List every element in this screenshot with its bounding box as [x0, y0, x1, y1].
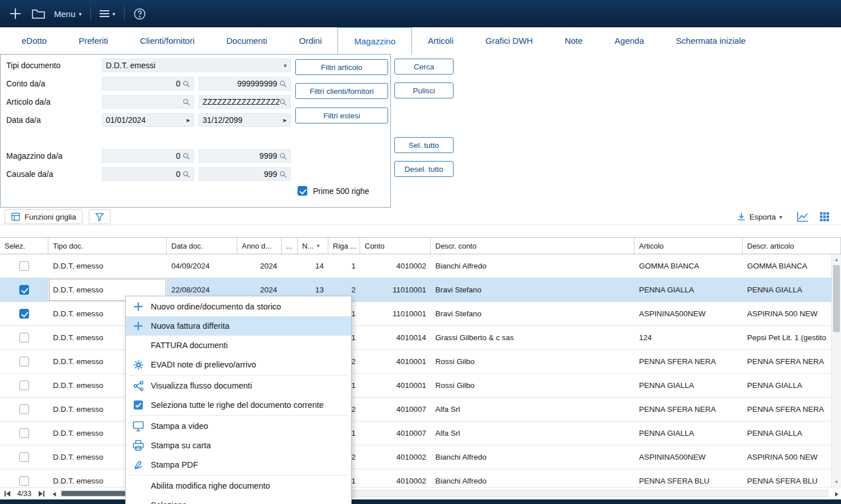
column-header-sel[interactable]: Selez. [0, 238, 48, 254]
column-header-anno[interactable]: Anno d... [237, 238, 282, 254]
tab-magazzino[interactable]: Magazzino [337, 27, 412, 54]
tab-preferiti[interactable]: Preferiti [63, 27, 124, 54]
filtri-clienti-fornitori-button[interactable]: Filtri clienti/fornitori [295, 83, 388, 99]
tab-ordini[interactable]: Ordini [283, 27, 337, 54]
column-header-n[interactable]: N...▼ [298, 238, 328, 254]
menu-item[interactable]: Nuovo ordine/documento da storico [126, 297, 351, 316]
column-header-data[interactable]: Data doc. [167, 238, 237, 254]
conto-da-input[interactable]: 0 [102, 77, 194, 90]
tab-clienti-fornitori[interactable]: Clienti/fornitori [124, 27, 211, 54]
tab-schermata-iniziale[interactable]: Schermata iniziale [660, 27, 762, 54]
table-row[interactable]: D.D.T. emesso04/09/202420241414010002Bia… [0, 254, 841, 278]
menu-dropdown[interactable]: Menu ▾ [54, 9, 82, 19]
hamburger-dropdown[interactable]: ▾ [100, 10, 116, 17]
vertical-scrollbar[interactable]: ▲ ▼ [831, 254, 841, 487]
row-checkbox[interactable] [19, 428, 29, 438]
first-page-button[interactable] [5, 491, 10, 497]
articolo-da-input[interactable] [102, 95, 194, 109]
column-header-tipo[interactable]: Tipo doc. [48, 238, 167, 254]
context-menu: Nuovo ordine/documento da storicoNuova f… [125, 296, 352, 504]
row-checkbox[interactable] [19, 309, 29, 319]
menu-item[interactable]: Visualizza flusso documenti [126, 376, 351, 395]
cerca-button[interactable]: Cerca [394, 59, 454, 75]
causale-da-input[interactable]: 0 [102, 167, 194, 181]
menu-item[interactable]: FATTURA documenti [126, 336, 351, 355]
date-picker-arrow-icon[interactable]: ▸ [283, 116, 287, 124]
magazzino-label: Magazzino da/a [6, 149, 63, 163]
horizontal-scrollbar-thumb[interactable] [61, 491, 125, 496]
row-checkbox[interactable] [19, 452, 29, 462]
filtri-estesi-button[interactable]: Filtri estesi [295, 108, 388, 123]
search-icon[interactable] [279, 80, 287, 88]
row-checkbox[interactable] [19, 333, 29, 342]
esporta-button[interactable]: Esporta ▾ [737, 209, 782, 224]
menu-item[interactable]: Seleziona [126, 495, 351, 504]
scroll-down-icon[interactable]: ▼ [832, 477, 841, 486]
menu-item[interactable]: Stampa su carta [126, 436, 351, 455]
search-icon[interactable] [279, 171, 287, 178]
filter-funnel-button[interactable] [89, 209, 110, 224]
column-header-descr_conto[interactable]: Descr. conto [431, 238, 634, 254]
cell-descr_conto: Alfa Srl [431, 422, 634, 445]
row-checkbox[interactable] [19, 261, 29, 271]
magazzino-da-input[interactable]: 0 [102, 149, 194, 163]
row-checkbox[interactable] [19, 381, 29, 390]
search-icon[interactable] [183, 171, 190, 178]
row-checkbox[interactable] [19, 476, 29, 486]
data-a-input[interactable]: 31/12/2099 ▸ [199, 113, 291, 127]
search-icon[interactable] [183, 152, 190, 160]
menu-item-label: Stampa su carta [151, 441, 211, 450]
search-icon[interactable] [183, 80, 190, 88]
row-checkbox[interactable] [19, 285, 29, 295]
chart-button[interactable] [797, 210, 809, 224]
column-header-dots[interactable]: ... [282, 238, 298, 254]
tab-grafici-dwh[interactable]: Grafici DWH [469, 27, 549, 54]
data-da-input[interactable]: 01/01/2024 ▸ [102, 113, 194, 127]
date-picker-arrow-icon[interactable]: ▸ [187, 116, 190, 124]
monitor-icon [126, 421, 151, 432]
row-checkbox[interactable] [19, 404, 29, 414]
pulisci-button[interactable]: Pulisci [394, 82, 454, 98]
grid-view-button[interactable] [819, 210, 830, 224]
prime-500-checkbox[interactable]: Prime 500 righe [298, 186, 369, 196]
column-header-articolo[interactable]: Articolo [634, 238, 743, 254]
help-button[interactable] [133, 7, 146, 20]
hscroll-left-button[interactable] [53, 492, 56, 497]
checkbox-icon[interactable] [298, 186, 307, 196]
hamburger-icon [100, 10, 109, 17]
vertical-scrollbar-thumb[interactable] [833, 265, 840, 332]
menu-item[interactable]: EVADI note di prelievo/arrivo [126, 355, 351, 374]
menu-item[interactable]: Nuova fattura differita [126, 316, 351, 336]
tab-edotto[interactable]: eDotto [6, 27, 63, 54]
scroll-up-icon[interactable]: ▲ [832, 255, 841, 264]
search-icon[interactable] [279, 98, 287, 106]
sort-indicator-icon[interactable]: ▼ [316, 243, 320, 249]
filtri-articolo-button[interactable]: Filtri articolo [295, 59, 388, 75]
menu-item[interactable]: Abilita modifica righe documento [126, 476, 351, 495]
tab-agenda[interactable]: Agenda [599, 27, 660, 54]
column-header-descr_articolo[interactable]: Descr. articolo [743, 238, 841, 254]
menu-item[interactable]: Stampa PDF [126, 455, 351, 474]
tab-note[interactable]: Note [549, 27, 599, 54]
column-header-conto[interactable]: Conto [360, 238, 431, 254]
magazzino-a-input[interactable]: 9999 [199, 149, 291, 163]
last-page-button[interactable] [39, 491, 44, 497]
hscroll-right-button[interactable] [835, 492, 839, 497]
funzioni-griglia-button[interactable]: Funzioni griglia [5, 209, 83, 224]
column-header-riga[interactable]: Riga ... [328, 238, 360, 254]
causale-a-input[interactable]: 999 [199, 167, 291, 181]
search-icon[interactable] [279, 152, 287, 160]
menu-item[interactable]: Seleziona tutte le righe del documento c… [126, 395, 351, 415]
articolo-a-input[interactable]: ZZZZZZZZZZZZZZZZ [199, 95, 291, 109]
sel-tutto-button[interactable]: Sel. tutto [394, 137, 454, 153]
row-checkbox[interactable] [19, 357, 29, 366]
tab-articoli[interactable]: Articoli [412, 27, 469, 54]
new-button[interactable] [8, 6, 23, 21]
tab-documenti[interactable]: Documenti [211, 27, 283, 54]
conto-a-input[interactable]: 999999999 [199, 77, 291, 90]
desel-tutto-button[interactable]: Desel. tutto [394, 161, 454, 177]
menu-item[interactable]: Stampa a video [126, 416, 351, 436]
open-folder-button[interactable] [31, 8, 46, 20]
tipi-documento-select[interactable]: D.D.T. emessi ▾ [102, 59, 291, 72]
search-icon[interactable] [183, 98, 190, 106]
